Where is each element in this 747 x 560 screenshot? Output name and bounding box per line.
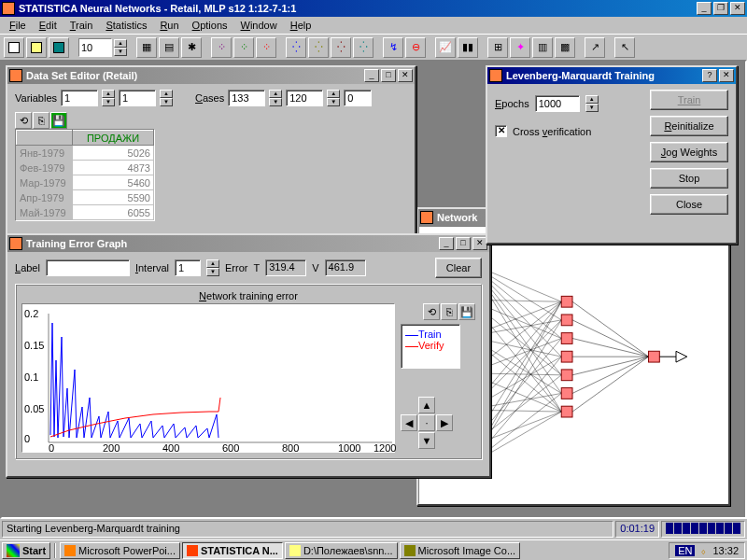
menu-run[interactable]: Run (154, 18, 184, 33)
tb-save[interactable] (49, 37, 69, 58)
dse-tool1[interactable]: ⟲ (15, 112, 32, 129)
row-value[interactable]: 5026 (73, 146, 154, 161)
nav-center[interactable]: · (418, 414, 435, 431)
row-label[interactable]: Апр-1979 (17, 190, 73, 205)
chart-save[interactable]: 💾 (458, 303, 475, 320)
nav-down[interactable]: ▼ (418, 432, 435, 449)
row-value[interactable]: 4873 (73, 161, 154, 175)
lang-indicator[interactable]: EN (675, 545, 695, 556)
row-value[interactable]: 6055 (73, 205, 154, 220)
stop-button[interactable]: Stop (650, 168, 728, 189)
row-label[interactable]: Май-1979 (17, 205, 73, 220)
menu-help[interactable]: Help (285, 18, 317, 33)
dse-copy[interactable]: ⎘ (33, 112, 49, 129)
tb-edit[interactable]: ▤ (159, 37, 179, 58)
tray-icon[interactable]: ⬨ (700, 545, 707, 556)
train-button[interactable]: Train (650, 90, 728, 110)
menu-train[interactable]: Train (64, 18, 99, 33)
dse-max[interactable]: □ (381, 69, 396, 82)
tb-linechart[interactable]: 📈 (435, 37, 456, 58)
interval-spinner[interactable]: ▲▼ (206, 259, 219, 276)
nav-right[interactable]: ▶ (436, 414, 453, 431)
nav-left[interactable]: ◀ (401, 414, 417, 431)
tb-scatter3[interactable]: ⁘ (256, 37, 276, 58)
tb-misc3[interactable]: ▥ (532, 37, 553, 58)
tb-misc2[interactable]: ✦ (510, 37, 530, 58)
tb-open[interactable] (26, 37, 47, 58)
tb-cluster1[interactable]: ⁛ (286, 37, 306, 58)
close-button2[interactable]: Close (650, 194, 728, 215)
dse-close[interactable]: ✕ (398, 69, 413, 82)
chart-tool1[interactable]: ⟲ (423, 303, 440, 320)
cv-checkbox[interactable]: ✕ (495, 125, 507, 137)
tb-cluster3[interactable]: ⁛ (331, 37, 351, 58)
row-label[interactable]: Фев-1979 (17, 161, 73, 175)
menu-edit[interactable]: Edit (34, 18, 63, 33)
cases2-spinner[interactable]: ▲▼ (327, 90, 340, 106)
lmt-help[interactable]: ? (702, 69, 717, 82)
clear-button[interactable]: Clear (435, 258, 482, 278)
row-label[interactable]: Янв-1979 (17, 146, 73, 161)
tb-number-input[interactable] (78, 38, 112, 57)
dse-grid[interactable]: ПРОДАЖИ Янв-19795026Фев-19794873Мар-1979… (15, 129, 155, 221)
menu-statistics[interactable]: Statistics (100, 18, 152, 33)
teg-min[interactable]: _ (439, 237, 454, 250)
dse-min[interactable]: _ (364, 69, 379, 82)
var2-input[interactable] (119, 90, 156, 106)
tb-cluster4[interactable]: ⁛ (353, 37, 374, 58)
var1-spinner[interactable]: ▲▼ (102, 90, 115, 106)
menu-options[interactable]: Options (187, 18, 233, 33)
nav-pad: ▲ ◀ · ▶ ▼ (401, 397, 475, 449)
tb-run[interactable]: ↯ (383, 37, 403, 58)
task-statistica[interactable]: STATISTICA N... (182, 542, 283, 559)
row-label[interactable]: Мар-1979 (17, 175, 73, 190)
lmt-close-x[interactable]: ✕ (719, 69, 734, 82)
system-tray[interactable]: EN ⬨ 13:32 (669, 542, 745, 559)
task-imagecomposer[interactable]: Microsoft Image Co... (400, 542, 521, 559)
minimize-button[interactable]: _ (697, 2, 712, 15)
cases2-input[interactable] (286, 90, 323, 106)
cases1-spinner[interactable]: ▲▼ (269, 90, 282, 106)
tb-scatter2[interactable]: ⁘ (233, 37, 254, 58)
dse-save[interactable]: 💾 (50, 112, 67, 129)
interval-input[interactable] (175, 259, 201, 276)
task-explorer[interactable]: D:\Полежаев\snn... (285, 542, 398, 559)
teg-titlebar[interactable]: Training Error Graph _ □ ✕ (7, 235, 489, 252)
tb-scatter1[interactable]: ⁘ (211, 37, 232, 58)
nav-up[interactable]: ▲ (418, 397, 435, 413)
tb-misc4[interactable]: ▩ (555, 37, 575, 58)
menu-window[interactable]: Window (235, 18, 283, 33)
row-value[interactable]: 5460 (73, 175, 154, 190)
row-value[interactable]: 5590 (73, 190, 154, 205)
close-button[interactable]: ✕ (730, 2, 745, 15)
tb-pointer[interactable]: ↖ (614, 37, 635, 58)
task-powerpoint[interactable]: Microsoft PowerPoi... (60, 542, 180, 559)
col-header[interactable]: ПРОДАЖИ (73, 131, 154, 146)
tb-new[interactable] (4, 37, 24, 58)
maximize-button[interactable]: ❐ (713, 2, 728, 15)
epochs-input[interactable] (535, 95, 580, 112)
lmt-titlebar[interactable]: Levenberg-Marquardt Training ? ✕ (487, 67, 736, 84)
tb-grid[interactable]: ▦ (136, 37, 157, 58)
dse-titlebar[interactable]: Data Set Editor (Retail) _ □ ✕ (7, 67, 415, 84)
var1-input[interactable] (61, 90, 98, 106)
cases3-input[interactable] (344, 90, 372, 106)
epochs-spinner[interactable]: ▲▼ (585, 95, 599, 112)
tb-misc1[interactable]: ⊞ (487, 37, 508, 58)
tb-net[interactable]: ✱ (181, 37, 202, 58)
start-button[interactable]: Start (2, 542, 50, 559)
tb-stop[interactable]: ⊖ (405, 37, 426, 58)
svg-text:0: 0 (49, 442, 54, 454)
teg-max[interactable]: □ (456, 237, 471, 250)
cases1-input[interactable] (228, 90, 265, 106)
reinit-button[interactable]: Reinitialize (650, 116, 728, 136)
jog-button[interactable]: Jog Weights (650, 142, 728, 162)
tb-number-spinner[interactable]: ▲▼ (114, 39, 127, 56)
tb-cluster2[interactable]: ⁛ (308, 37, 329, 58)
tb-barchart[interactable]: ▮▮ (458, 37, 478, 58)
chart-copy[interactable]: ⎘ (441, 303, 458, 320)
menu-file[interactable]: File (4, 18, 32, 33)
label-input[interactable] (46, 259, 130, 276)
tb-export[interactable]: ↗ (585, 37, 605, 58)
var2-spinner[interactable]: ▲▼ (160, 90, 173, 106)
